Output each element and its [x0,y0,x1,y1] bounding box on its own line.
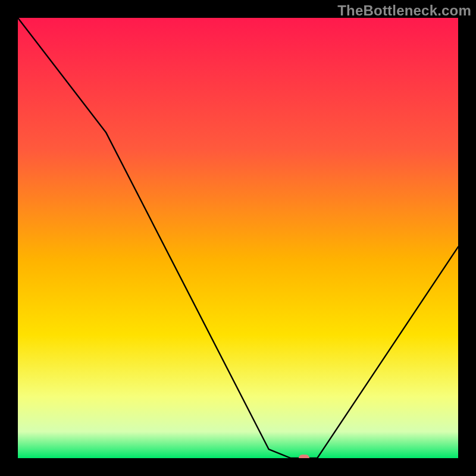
watermark-text: TheBottleneck.com [337,2,471,19]
chart-frame: TheBottleneck.com [0,0,476,476]
chart-svg [18,18,458,458]
gradient-rect [18,18,458,458]
plot-area [18,18,458,458]
